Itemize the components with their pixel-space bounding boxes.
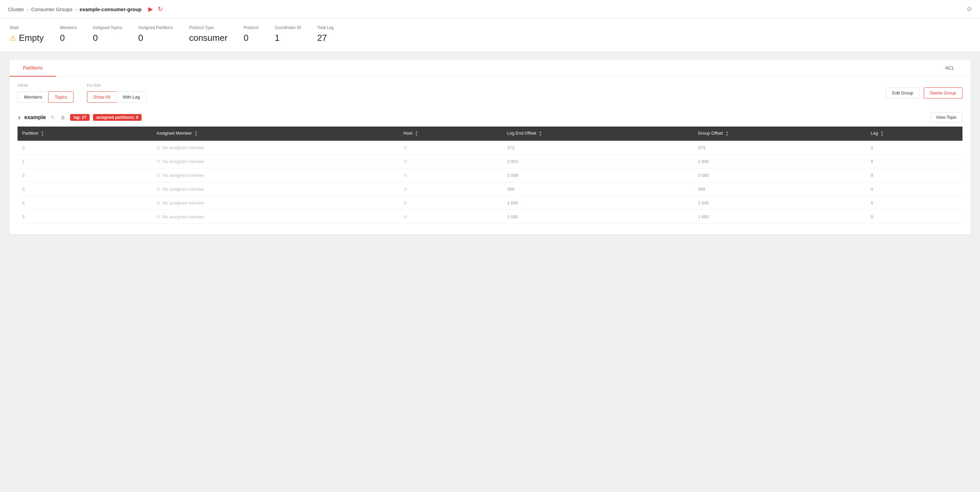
settings-icon[interactable]: ⚙: [967, 5, 972, 13]
sort-lag-icon[interactable]: ▲▼: [881, 131, 884, 137]
stat-assigned-topics-label: Assigned Topics: [93, 25, 123, 30]
sort-partition-icon[interactable]: ▲▼: [41, 131, 44, 137]
sort-group-offset-icon[interactable]: ▲▼: [725, 131, 729, 137]
edit-group-button[interactable]: Edit Group: [886, 88, 920, 99]
cell-lag-0: 0: [866, 141, 963, 155]
topic-header: ∨ example ✎ 🗑 lag: 27 assigned partition…: [18, 109, 963, 126]
filter-show-all-button[interactable]: Show All: [87, 91, 116, 102]
view-topics-button[interactable]: Topics: [48, 91, 73, 102]
host-circle-slash-icon: ⊘: [403, 200, 407, 206]
topic-chevron-icon[interactable]: ∨: [18, 115, 21, 120]
tabs-header: Partitions ACL: [10, 60, 970, 77]
stat-assigned-topics-value: 0: [93, 33, 123, 43]
tab-content-partitions: VIEW Members Topics FILTER Show All With…: [10, 77, 970, 235]
table-row: 4 ⊘ No assigned member ⊘ 1 650 1 645 5: [18, 196, 963, 210]
stat-coordinator-id-label: Coordinator ID: [275, 25, 301, 30]
filter-btn-group: Show All With Lag: [87, 91, 146, 102]
top-bar: Cluster › Consumer Groups › example-cons…: [0, 0, 980, 19]
col-partition: Partition ▲▼: [18, 126, 152, 141]
breadcrumb: Cluster › Consumer Groups › example-cons…: [8, 5, 164, 13]
cell-lag-2: 9: [866, 168, 963, 182]
no-member-text: No assigned member: [162, 173, 204, 178]
tabs-spacer: [56, 60, 929, 76]
view-members-button[interactable]: Members: [18, 91, 48, 102]
cell-assigned-member-4: ⊘ No assigned member: [152, 196, 398, 210]
cell-host-3: ⊘: [399, 182, 503, 196]
host-circle-slash-icon: ⊘: [403, 186, 407, 192]
topic-group: ∨ example ✎ 🗑 lag: 27 assigned partition…: [18, 109, 963, 224]
cell-lag-1: 8: [866, 155, 963, 168]
col-group-offset: Group Offset ▲▼: [693, 126, 866, 141]
stat-coordinator-id: Coordinator ID 1: [275, 25, 301, 43]
breadcrumb-sep-1: ›: [27, 6, 29, 12]
table-row: 5 ⊘ No assigned member ⊘ 1 685 1 680 5: [18, 210, 963, 224]
cell-host-5: ⊘: [399, 210, 503, 224]
sort-log-end-offset-icon[interactable]: ▲▼: [539, 131, 542, 137]
view-topic-button[interactable]: View Topic: [930, 112, 963, 123]
stat-members-value: 0: [60, 33, 77, 43]
stat-protocol-type: Protocol Type consumer: [189, 25, 228, 43]
play-button[interactable]: ▶: [148, 5, 154, 13]
circle-slash-icon: ⊘: [156, 214, 161, 219]
stat-protocol-value: 0: [243, 33, 258, 43]
view-label: VIEW: [18, 83, 73, 88]
tab-partitions[interactable]: Partitions: [10, 60, 56, 77]
cell-assigned-member-0: ⊘ No assigned member: [152, 141, 398, 155]
host-circle-slash-icon: ⊘: [403, 145, 407, 150]
table-row: 1 ⊘ No assigned member ⊘ 2 953 2 945 8: [18, 155, 963, 168]
stat-protocol: Protocol 0: [243, 25, 258, 43]
cell-group-offset-5: 1 680: [693, 210, 866, 224]
col-assigned-member: Assigned Member ▲▼: [152, 126, 398, 141]
filter-with-lag-button[interactable]: With Lag: [116, 91, 146, 102]
toolbar: VIEW Members Topics FILTER Show All With…: [18, 83, 963, 102]
delete-group-button[interactable]: Delete Group: [924, 88, 963, 99]
cell-lag-4: 5: [866, 196, 963, 210]
host-circle-slash-icon: ⊘: [403, 158, 407, 164]
cell-group-offset-3: 368: [693, 182, 866, 196]
breadcrumb-current: example-consumer-group: [80, 6, 142, 12]
stat-protocol-type-value: consumer: [189, 33, 228, 43]
cell-partition-4: 4: [18, 196, 152, 210]
stat-assigned-partitions-label: Assigned Partitions: [138, 25, 173, 30]
breadcrumb-cluster[interactable]: Cluster: [8, 6, 24, 12]
cell-group-offset-4: 1 645: [693, 196, 866, 210]
no-member-text: No assigned member: [162, 187, 204, 192]
tab-acl[interactable]: ACL: [929, 60, 970, 77]
cell-group-offset-2: 3 080: [693, 168, 866, 182]
stat-state-value: ⚠ Empty: [10, 33, 44, 43]
cell-lag-5: 5: [866, 210, 963, 224]
stat-total-lag-value: 27: [317, 33, 334, 43]
cell-log-end-offset-1: 2 953: [503, 155, 693, 168]
cell-log-end-offset-2: 3 089: [503, 168, 693, 182]
sort-assigned-member-icon[interactable]: ▲▼: [194, 131, 197, 137]
stat-total-lag: Total Lag 27: [317, 25, 334, 43]
stat-members: Members 0: [60, 25, 77, 43]
col-lag: Lag ▲▼: [866, 126, 963, 141]
toolbar-right: Edit Group Delete Group: [886, 88, 963, 99]
col-host: Host ▲▼: [399, 126, 503, 141]
stat-assigned-topics: Assigned Topics 0: [93, 25, 123, 43]
refresh-button[interactable]: ↻: [157, 5, 164, 13]
circle-slash-icon: ⊘: [156, 186, 161, 192]
stat-state: State ⚠ Empty: [10, 25, 44, 43]
topic-delete-icon[interactable]: 🗑: [59, 114, 67, 121]
col-log-end-offset: Log End Offset ▲▼: [503, 126, 693, 141]
circle-slash-icon: ⊘: [156, 173, 161, 178]
cell-partition-1: 1: [18, 155, 152, 168]
view-section: VIEW Members Topics: [18, 83, 73, 102]
cell-assigned-member-5: ⊘ No assigned member: [152, 210, 398, 224]
sort-host-icon[interactable]: ▲▼: [415, 131, 418, 137]
topic-partitions-badge: assigned partitions: 0: [93, 114, 142, 121]
stat-protocol-type-label: Protocol Type: [189, 25, 228, 30]
breadcrumb-consumer-groups[interactable]: Consumer Groups: [31, 6, 73, 12]
no-member-text: No assigned member: [162, 145, 204, 150]
filter-section: FILTER Show All With Lag: [87, 83, 146, 102]
topic-edit-icon[interactable]: ✎: [49, 114, 56, 121]
partitions-table: Partition ▲▼ Assigned Member ▲▼ Host ▲▼: [18, 126, 963, 224]
stat-assigned-partitions: Assigned Partitions 0: [138, 25, 173, 43]
cell-partition-3: 3: [18, 182, 152, 196]
table-row: 3 ⊘ No assigned member ⊘ 368 368 0: [18, 182, 963, 196]
cell-host-0: ⊘: [399, 141, 503, 155]
no-member-text: No assigned member: [162, 159, 204, 164]
breadcrumb-action-icons: ▶ ↻: [148, 5, 164, 13]
